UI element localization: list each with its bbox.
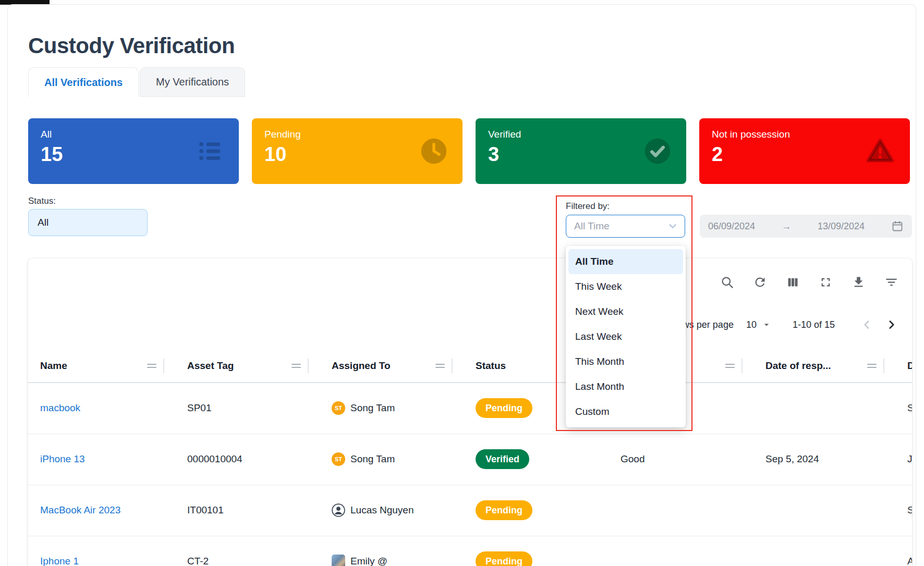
assignee-cell: Emily @ <box>332 555 473 566</box>
condition-cell <box>618 536 763 566</box>
assignee-name: Song Tam <box>350 453 395 465</box>
rows-per-page-value: 10 <box>746 319 757 330</box>
chevron-right-icon <box>885 318 898 331</box>
stat-card-not-in-possession[interactable]: Not in possession 2 <box>699 118 910 184</box>
columns-icon[interactable] <box>786 275 800 289</box>
status-badge: Pending <box>476 551 532 566</box>
date-of-resp-cell <box>763 383 905 434</box>
time-filter-dropdown: All Time This Week Next Week Last Week T… <box>566 246 686 427</box>
status-label: Status: <box>28 196 148 206</box>
dropdown-option-last-month[interactable]: Last Month <box>566 374 686 399</box>
refresh-icon[interactable] <box>753 275 767 289</box>
column-header-assigned-to: Assigned To <box>330 350 473 383</box>
previous-page-button[interactable] <box>860 318 873 331</box>
asset-tag-cell: IT00101 <box>185 485 330 536</box>
column-divider <box>883 359 884 373</box>
date-start: 06/09/2024 <box>708 221 755 232</box>
clock-icon <box>419 136 449 166</box>
table-row: MacBook Air 2023 IT00101 Lucas Nguyen <box>28 485 912 536</box>
date-of-resp-cell <box>763 485 905 536</box>
column-drag-handle[interactable] <box>435 359 453 373</box>
rows-per-page-select[interactable]: 10 <box>746 319 772 330</box>
drag-lines-icon <box>147 362 157 370</box>
status-badge: Verified <box>476 449 529 469</box>
column-header-clipped: D <box>905 350 912 383</box>
asset-name-link[interactable]: Iphone 1 <box>40 556 79 566</box>
assignee-name: Song Tam <box>350 402 395 414</box>
column-header-date-of-resp: Date of resp... <box>763 350 905 383</box>
column-drag-handle[interactable] <box>867 359 884 373</box>
column-drag-handle[interactable] <box>725 359 743 373</box>
arrow-right-icon: → <box>782 221 791 232</box>
date-range-input[interactable]: 06/09/2024 → 13/09/2024 <box>700 215 912 238</box>
assignee-name: Lucas Nguyen <box>350 505 414 516</box>
dropdown-option-last-week[interactable]: Last Week <box>566 324 686 349</box>
clipped-cell: J <box>905 434 912 485</box>
clipped-cell: S <box>905 383 912 434</box>
asset-tag-cell: CT-2 <box>185 536 330 566</box>
column-divider <box>163 359 164 373</box>
calendar-icon <box>891 220 904 232</box>
filter-icon[interactable] <box>884 275 898 289</box>
tab-my-verifications[interactable]: My Verifications <box>140 67 245 97</box>
table-row: macbook SP01 ST Song Tam Pending S <box>28 383 912 434</box>
condition-cell: Good <box>618 434 763 485</box>
clipped-cell: A <box>905 536 912 566</box>
status-filter-group: Status: All <box>28 196 148 236</box>
drag-lines-icon <box>435 362 445 370</box>
filtered-by-select[interactable]: All Time <box>566 215 685 238</box>
chevron-left-icon <box>860 318 873 331</box>
pagination-range: 1-10 of 15 <box>793 319 835 330</box>
next-page-button[interactable] <box>885 318 898 331</box>
dropdown-option-custom[interactable]: Custom <box>566 399 686 424</box>
asset-name-link[interactable]: MacBook Air 2023 <box>40 505 120 515</box>
verifications-table-card: Rows per page 10 1-10 of 15 Name <box>28 259 912 566</box>
column-divider <box>452 359 453 373</box>
page-title: Custody Verification <box>28 33 916 58</box>
caret-down-icon <box>761 319 772 330</box>
warning-triangle-icon <box>864 136 896 166</box>
dropdown-option-next-week[interactable]: Next Week <box>566 299 686 324</box>
pagination-bar: Rows per page 10 1-10 of 15 <box>28 314 912 335</box>
asset-tag-cell: SP01 <box>185 383 330 434</box>
tab-all-verifications[interactable]: All Verifications <box>28 67 139 97</box>
filtered-by-label: Filtered by: <box>566 201 685 212</box>
table-row: Iphone 1 CT-2 Emily @ Pending A <box>28 536 912 566</box>
assignee-cell: Lucas Nguyen <box>332 503 473 517</box>
asset-name-link[interactable]: macbook <box>40 402 80 413</box>
filter-row: Status: All Filtered by: All Time 06/09/… <box>8 196 916 238</box>
column-divider <box>741 359 743 373</box>
filtered-by-group: Filtered by: All Time <box>566 201 685 238</box>
custody-verification-page: Custody Verification All Verifications M… <box>7 4 916 566</box>
date-of-resp-cell: Sep 5, 2024 <box>763 434 905 485</box>
column-drag-handle[interactable] <box>291 359 309 373</box>
dropdown-option-this-month[interactable]: This Month <box>566 349 686 374</box>
search-icon[interactable] <box>720 275 734 289</box>
download-icon[interactable] <box>852 275 866 289</box>
asset-name-link[interactable]: iPhone 13 <box>40 453 85 464</box>
dropdown-option-this-week[interactable]: This Week <box>566 274 686 299</box>
date-end: 13/09/2024 <box>818 221 865 232</box>
dropdown-option-all-time[interactable]: All Time <box>568 249 683 274</box>
column-header-name: Name <box>28 350 185 383</box>
assignee-cell: ST Song Tam <box>332 401 473 415</box>
verifications-table: Name Asset Tag Assig <box>28 350 912 566</box>
check-circle-icon <box>642 136 673 166</box>
column-drag-handle[interactable] <box>147 359 164 373</box>
fullscreen-icon[interactable] <box>819 275 833 289</box>
stat-card-all[interactable]: All 15 <box>28 118 239 184</box>
status-select[interactable]: All <box>28 209 148 236</box>
table-toolbar <box>28 273 912 291</box>
stat-card-verified[interactable]: Verified 3 <box>476 118 686 184</box>
chevron-down-icon <box>667 220 678 232</box>
avatar-initials: ST <box>332 452 345 466</box>
status-select-value: All <box>38 217 48 228</box>
list-icon <box>195 136 225 166</box>
clipped-cell: S <box>905 485 912 536</box>
table-header-row: Name Asset Tag Assig <box>28 350 912 383</box>
photo-avatar <box>332 555 345 566</box>
column-header-asset-tag: Asset Tag <box>185 350 330 383</box>
drag-lines-icon <box>725 362 735 370</box>
filtered-by-value: All Time <box>574 220 610 232</box>
stat-card-pending[interactable]: Pending 10 <box>252 118 463 184</box>
